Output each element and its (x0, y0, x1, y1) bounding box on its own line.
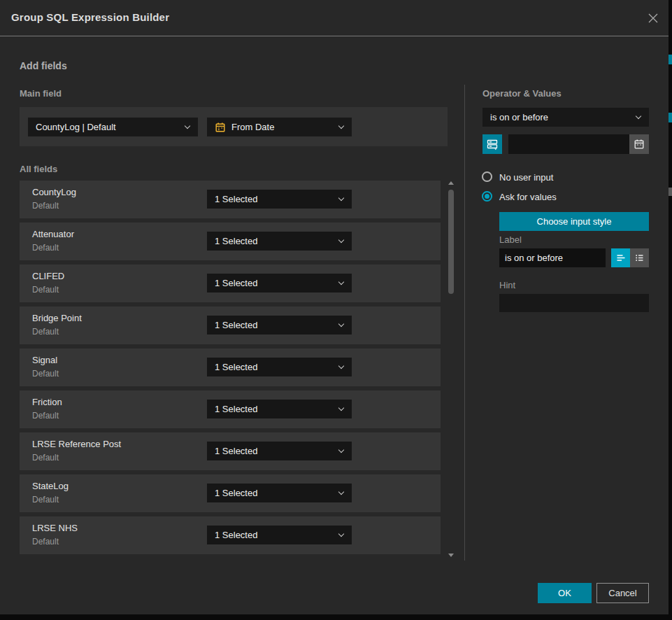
field-selection-value: 1 Selected (215, 194, 257, 204)
label-input[interactable] (499, 248, 606, 267)
field-name: Signal (32, 355, 57, 365)
dialog-titlebar: Group SQL Expression Builder (0, 0, 669, 36)
radio-no-user-input[interactable] (482, 171, 492, 182)
background-right-edge (669, 0, 672, 620)
field-selection-dropdown[interactable]: 1 Selected (207, 358, 352, 376)
field-type: Default (32, 201, 59, 211)
field-row: StateLog Default 1 Selected (20, 474, 441, 512)
background-bottom-edge (0, 614, 672, 620)
scrollbar-down-arrow[interactable] (448, 554, 454, 557)
date-value-input[interactable] (508, 134, 629, 154)
main-field-container: CountyLog | Default From Date (20, 107, 448, 146)
input-style-list-button[interactable] (630, 248, 649, 267)
hint-input[interactable] (499, 294, 649, 312)
chevron-down-icon (338, 404, 344, 410)
all-fields-label: All fields (20, 164, 57, 174)
operator-dropdown-value: is on or before (490, 112, 548, 122)
close-button[interactable] (645, 10, 661, 26)
align-left-icon (615, 252, 627, 264)
field-selection-value: 1 Selected (215, 236, 257, 246)
field-name: CLIFED (32, 271, 64, 281)
radio-no-user-input-label: No user input (499, 172, 553, 183)
field-name: CountyLog (32, 187, 76, 197)
edge-accent-mark (669, 55, 672, 64)
field-selection-dropdown[interactable]: 1 Selected (207, 274, 352, 293)
chevron-down-icon (338, 279, 344, 284)
chevron-down-icon (338, 446, 344, 452)
chevron-down-icon (636, 113, 641, 118)
field-type: Default (32, 495, 59, 505)
field-name: Friction (32, 397, 62, 407)
field-selection-value: 1 Selected (215, 404, 257, 414)
scrollbar-thumb[interactable] (448, 190, 454, 294)
operator-dropdown[interactable]: is on or before (482, 108, 649, 127)
field-selection-dropdown[interactable]: 1 Selected (207, 232, 352, 251)
field-type: Default (32, 285, 59, 295)
close-icon (647, 12, 659, 24)
field-row: Bridge Point Default 1 Selected (20, 307, 441, 344)
radio-ask-for-values[interactable] (482, 191, 492, 202)
edge-accent-mark (669, 113, 672, 122)
label-field-label: Label (499, 234, 522, 245)
field-row: LRSE NHS Default 1 Selected (20, 516, 441, 554)
chevron-down-icon (338, 362, 344, 368)
choose-input-style-button[interactable]: Choose input style (499, 212, 649, 231)
chevron-down-icon (338, 320, 344, 326)
field-type: Default (32, 453, 59, 463)
chevron-down-icon (338, 122, 344, 128)
edge-gray-mark (669, 188, 672, 196)
chevron-down-icon (338, 195, 344, 200)
field-type: Default (32, 369, 59, 379)
field-row: Attenuator Default 1 Selected (20, 223, 441, 260)
set-values-from-list-button[interactable] (482, 134, 502, 154)
panel-divider (464, 85, 465, 561)
chevron-down-icon (338, 237, 344, 242)
field-name: LRSE NHS (32, 523, 78, 533)
main-layer-dropdown[interactable]: CountyLog | Default (28, 118, 198, 136)
field-row: CLIFED Default 1 Selected (20, 265, 441, 302)
group-sql-expression-builder-dialog: Group SQL Expression Builder Add fields … (0, 0, 669, 614)
hint-field-label: Hint (499, 280, 515, 290)
main-field-dropdown-value: From Date (231, 122, 274, 132)
field-selection-dropdown[interactable]: 1 Selected (207, 442, 352, 460)
chevron-down-icon (338, 530, 344, 536)
values-stack-icon (486, 138, 499, 150)
scrollbar-up-arrow[interactable] (448, 181, 454, 185)
field-name: Attenuator (32, 229, 74, 239)
field-type: Default (32, 327, 59, 337)
field-name: LRSE Reference Post (32, 439, 121, 449)
operator-values-heading: Operator & Values (482, 88, 562, 99)
chevron-down-icon (185, 122, 190, 128)
calendar-icon (215, 122, 226, 133)
field-selection-dropdown[interactable]: 1 Selected (207, 400, 352, 418)
date-picker-button[interactable] (629, 134, 649, 154)
ok-button[interactable]: OK (538, 583, 592, 603)
field-row: CountyLog Default 1 Selected (20, 181, 441, 218)
calendar-icon (634, 139, 645, 150)
field-row: Friction Default 1 Selected (20, 390, 441, 428)
main-field-dropdown[interactable]: From Date (207, 118, 352, 136)
field-selection-value: 1 Selected (215, 446, 257, 456)
field-type: Default (32, 537, 59, 547)
field-selection-value: 1 Selected (215, 278, 257, 288)
cancel-button[interactable]: Cancel (596, 583, 649, 603)
input-style-single-line-button[interactable] (611, 248, 630, 267)
field-selection-value: 1 Selected (215, 530, 257, 540)
field-type: Default (32, 243, 59, 253)
field-selection-dropdown[interactable]: 1 Selected (207, 484, 352, 502)
field-name: StateLog (32, 481, 69, 491)
main-layer-dropdown-value: CountyLog | Default (36, 122, 116, 132)
dialog-title: Group SQL Expression Builder (11, 11, 169, 23)
field-type: Default (32, 411, 59, 421)
field-selection-value: 1 Selected (215, 488, 257, 498)
list-icon (634, 252, 645, 264)
field-selection-value: 1 Selected (215, 320, 257, 330)
all-fields-list: CountyLog Default 1 Selected Attenuator … (20, 181, 441, 558)
field-name: Bridge Point (32, 313, 82, 323)
field-selection-dropdown[interactable]: 1 Selected (207, 190, 352, 209)
chevron-down-icon (338, 488, 344, 494)
add-fields-heading: Add fields (20, 60, 67, 71)
field-selection-dropdown[interactable]: 1 Selected (207, 526, 352, 544)
field-row: Signal Default 1 Selected (20, 348, 441, 386)
field-selection-dropdown[interactable]: 1 Selected (207, 316, 352, 334)
